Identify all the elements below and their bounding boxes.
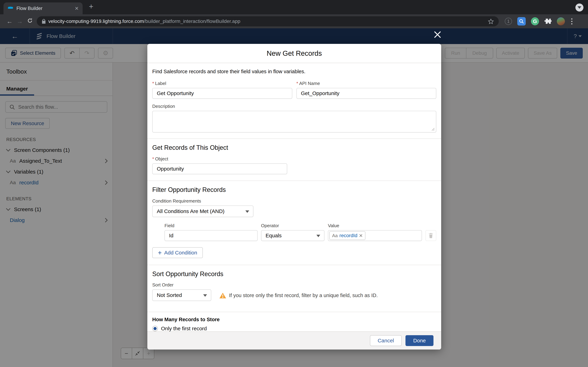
close-icon <box>433 31 441 39</box>
dropdown-arrow-icon <box>245 210 249 213</box>
description-textarea[interactable] <box>152 111 436 133</box>
cancel-button[interactable]: Cancel <box>370 335 402 346</box>
value-label: Value <box>328 223 422 228</box>
label-field-label: Label <box>155 81 166 86</box>
required-mark: * <box>152 156 154 161</box>
condition-requirements-label: Condition Requirements <box>152 198 436 204</box>
tab-close-icon[interactable]: ✕ <box>75 6 79 11</box>
value-combobox[interactable]: Aa recordId <box>328 230 422 241</box>
object-section-heading: Get Records of This Object <box>152 139 436 151</box>
how-many-records-label: How Many Records to Store <box>152 312 436 322</box>
tab-strip: Flow Builder ✕ + <box>0 0 588 14</box>
badge-extension-icon[interactable]: 1 <box>505 18 512 25</box>
sort-order-label: Sort Order <box>152 282 211 288</box>
dropdown-arrow-icon <box>203 294 207 297</box>
warning-icon <box>219 292 226 299</box>
profile-avatar[interactable] <box>557 17 565 25</box>
tab-title: Flow Builder <box>17 6 75 11</box>
search-extension-icon[interactable] <box>517 17 526 25</box>
object-field-label: Object <box>155 156 168 161</box>
resize-handle-icon[interactable] <box>431 128 435 131</box>
browser-tab[interactable]: Flow Builder ✕ <box>3 2 83 14</box>
filter-section-heading: Filter Opportunity Records <box>152 181 436 193</box>
url-path: /builder_platform_interaction/flowBuilde… <box>144 18 240 24</box>
browser-chrome: Flow Builder ✕ + ← → velocity-computing-… <box>0 0 588 28</box>
url-bar: ← → velocity-computing-9919.lightning.fo… <box>0 14 588 28</box>
browser-menu-icon[interactable] <box>570 18 573 25</box>
required-mark: * <box>296 81 298 86</box>
add-condition-button[interactable]: + Add Condition <box>152 247 203 258</box>
sort-order-select[interactable]: Not Sorted <box>152 289 211 301</box>
label-input[interactable] <box>152 88 292 99</box>
bookmark-star-icon[interactable] <box>488 18 494 24</box>
description-label: Description <box>152 104 436 109</box>
sort-section-heading: Sort Opportunity Records <box>152 265 436 278</box>
modal-intro-text: Find Salesforce records and store their … <box>152 63 436 75</box>
tab-search-icon[interactable] <box>575 3 583 12</box>
plus-icon: + <box>158 249 162 257</box>
grammarly-extension-icon[interactable]: G <box>531 17 539 25</box>
dropdown-arrow-icon <box>316 235 320 237</box>
new-get-records-modal: New Get Records Find Salesforce records … <box>147 44 441 350</box>
url-host: velocity-computing-9919.lightning.force.… <box>48 18 144 24</box>
sort-warning-text: If you store only the first record, filt… <box>229 292 378 298</box>
remove-pill-icon[interactable] <box>359 234 363 237</box>
new-tab-button[interactable]: + <box>89 2 94 11</box>
trash-icon <box>428 233 433 238</box>
api-name-field-label: API Name <box>299 81 320 86</box>
modal-title: New Get Records <box>267 50 322 57</box>
record-id-pill[interactable]: Aa recordId <box>329 231 366 240</box>
delete-condition-button[interactable] <box>425 230 436 241</box>
salesforce-favicon <box>7 6 13 10</box>
reload-icon[interactable] <box>25 18 35 25</box>
api-name-input[interactable] <box>296 88 436 99</box>
lock-icon <box>42 19 46 24</box>
back-icon[interactable]: ← <box>5 18 15 25</box>
condition-requirements-select[interactable]: All Conditions Are Met (AND) <box>152 206 253 217</box>
required-mark: * <box>152 81 154 86</box>
field-label: Field <box>164 223 258 228</box>
extension-icons: 1 G <box>505 17 573 25</box>
forward-icon[interactable]: → <box>15 18 25 25</box>
extensions-puzzle-icon[interactable] <box>544 18 552 25</box>
text-resource-icon: Aa <box>332 233 338 238</box>
done-button[interactable]: Done <box>406 335 433 346</box>
modal-close-button[interactable] <box>432 29 443 40</box>
address-bar[interactable]: velocity-computing-9919.lightning.force.… <box>37 16 499 26</box>
field-input[interactable] <box>164 230 258 241</box>
operator-select[interactable]: Equals <box>261 230 324 241</box>
object-input[interactable] <box>152 163 287 174</box>
operator-label: Operator <box>261 223 324 228</box>
radio-only-first-record[interactable]: Only the first record <box>152 325 436 331</box>
radio-selected-icon[interactable] <box>152 326 158 331</box>
